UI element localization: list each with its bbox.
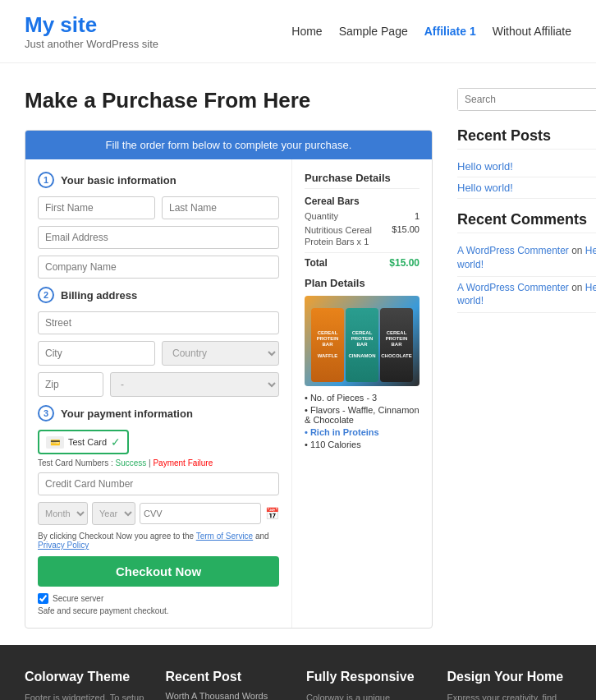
- zip-row: -: [38, 372, 279, 397]
- main-content: Make a Purchase From Here Fill the order…: [0, 63, 596, 645]
- comment-on-1: on: [571, 245, 585, 256]
- post-link-2[interactable]: Hello world!: [457, 177, 596, 199]
- city-input[interactable]: [38, 341, 155, 366]
- cinnamon-bar: CEREALPROTEINBARCINNAMON: [346, 308, 378, 382]
- footer-title-1: Colorway Theme: [25, 670, 149, 684]
- secure-checkbox[interactable]: [38, 593, 48, 604]
- zip-select[interactable]: -: [110, 372, 279, 397]
- bullet-flavors: Flavors - Waffle, Cinnamon & Chocolate: [305, 405, 419, 425]
- footer-title-2: Recent Post: [166, 670, 291, 684]
- cc-number-input[interactable]: [38, 472, 279, 495]
- sidebar: 🔍 Recent Posts Hello world! Hello world!…: [457, 88, 596, 629]
- site-tagline: Just another WordPress site: [25, 38, 158, 50]
- email-row: [38, 226, 279, 249]
- tos-link[interactable]: Term of Service: [196, 532, 253, 541]
- street-input[interactable]: [38, 311, 279, 334]
- main-nav: Home Sample Page Affiliate 1 Without Aff…: [291, 25, 571, 38]
- nav-home[interactable]: Home: [291, 25, 322, 38]
- billing-label: Billing address: [61, 289, 137, 302]
- commenter-2: A WordPress Commenter: [457, 282, 569, 293]
- country-select[interactable]: Country: [162, 341, 279, 366]
- step-3-num: 3: [38, 405, 54, 421]
- order-form-box: Fill the order form below to complete yo…: [25, 130, 433, 629]
- test-card-text: Test Card Numbers :: [38, 458, 113, 467]
- billing-section: 2 Billing address: [38, 287, 279, 303]
- bullet-protein: Rich in Proteins: [305, 427, 419, 437]
- footer-col-1: Colorway Theme Footer is widgetized. To …: [25, 670, 149, 700]
- nav-affiliate1[interactable]: Affiliate 1: [424, 25, 476, 38]
- bullet-pieces: No. of Pieces - 3: [305, 393, 419, 403]
- footer-text-1: Footer is widgetized. To setup the foote…: [25, 691, 149, 700]
- site-branding: My site Just another WordPress site: [25, 12, 158, 50]
- name-row: [38, 196, 279, 219]
- page-title: Make a Purchase From Here: [25, 88, 433, 113]
- footer-post-link-1[interactable]: Worth A Thousand Words: [166, 691, 291, 700]
- plan-bullets: No. of Pieces - 3 Flavors - Waffle, Cinn…: [305, 393, 419, 449]
- test-card-info: Test Card Numbers : Success | Payment Fa…: [38, 458, 279, 467]
- month-select[interactable]: Month: [38, 502, 88, 525]
- email-input[interactable]: [38, 226, 279, 249]
- year-select[interactable]: Year: [92, 502, 135, 525]
- product-name: Cereal Bars: [305, 196, 419, 207]
- footer-title-4: Design Your Home: [447, 670, 572, 684]
- commenter-1: A WordPress Commenter: [457, 245, 569, 256]
- search-input[interactable]: [458, 89, 594, 110]
- search-box: 🔍: [457, 88, 596, 111]
- site-header: My site Just another WordPress site Home…: [0, 0, 596, 63]
- check-icon: ✓: [111, 435, 121, 449]
- item-price: $15.00: [392, 224, 419, 248]
- comment-2: A WordPress Commenter on Hello world!: [457, 277, 596, 314]
- payment-label: Your payment information: [61, 408, 193, 420]
- failure-link[interactable]: Payment Failure: [153, 458, 213, 467]
- content-area: Make a Purchase From Here Fill the order…: [25, 88, 433, 629]
- privacy-link[interactable]: Privacy Policy: [38, 541, 89, 550]
- last-name-input[interactable]: [162, 196, 279, 219]
- footer-text-3: Colorway is a unique responsive WordPres…: [306, 691, 431, 700]
- cvv-input[interactable]: [140, 503, 261, 524]
- post-link-1[interactable]: Hello world!: [457, 156, 596, 177]
- first-name-input[interactable]: [38, 196, 155, 219]
- basic-info-section: 1 Your basic information: [38, 172, 279, 188]
- footer-col-2: Recent Post Worth A Thousand Words Categ…: [166, 670, 291, 700]
- step-2-num: 2: [38, 287, 54, 303]
- checkout-button[interactable]: Checkout Now: [38, 556, 279, 587]
- quantity-value: 1: [415, 211, 419, 221]
- product-image: CEREALPROTEINBARWAFFLE CEREALPROTEINBARC…: [305, 296, 419, 386]
- footer-text-4: Express your creativity, find inspiratio…: [447, 691, 572, 700]
- checkout-agree: By clicking Checkout Now you agree to th…: [38, 532, 279, 550]
- nav-sample-page[interactable]: Sample Page: [339, 25, 408, 38]
- form-header: Fill the order form below to complete yo…: [25, 131, 432, 159]
- zip-input[interactable]: [38, 372, 103, 397]
- recent-comments-title: Recent Comments: [457, 211, 596, 233]
- secure-check: Secure server: [38, 593, 279, 604]
- total-label: Total: [305, 257, 328, 269]
- cc-row: [38, 472, 279, 495]
- secure-server-label: Secure server: [53, 594, 103, 603]
- quantity-label: Quantity: [305, 211, 338, 221]
- nav-without-affiliate[interactable]: Without Affiliate: [493, 25, 571, 38]
- footer-col-3: Fully Responsive Colorway is a unique re…: [306, 670, 431, 700]
- safe-text: Safe and secure payment checkout.: [38, 606, 279, 615]
- waffle-bar: CEREALPROTEINBARWAFFLE: [311, 308, 344, 382]
- basic-info-label: Your basic information: [61, 174, 177, 187]
- success-link[interactable]: Success: [115, 458, 146, 467]
- site-footer: Colorway Theme Footer is widgetized. To …: [0, 645, 596, 700]
- plan-details-title: Plan Details: [305, 277, 419, 289]
- card-option[interactable]: 💳 Test Card ✓: [38, 430, 129, 454]
- total-row: Total $15.00: [305, 252, 419, 269]
- purchase-title: Purchase Details: [305, 172, 419, 189]
- footer-title-3: Fully Responsive: [306, 670, 431, 684]
- comment-on-2: on: [571, 282, 585, 293]
- calendar-icon: 📅: [265, 507, 279, 520]
- card-icon: 💳: [46, 436, 64, 449]
- street-row: [38, 311, 279, 334]
- recent-posts-title: Recent Posts: [457, 127, 596, 150]
- quantity-row: Quantity 1: [305, 211, 419, 221]
- cereal-bars-visual: CEREALPROTEINBARWAFFLE CEREALPROTEINBARC…: [307, 296, 417, 386]
- company-input[interactable]: [38, 256, 279, 279]
- step-1-num: 1: [38, 172, 54, 188]
- payment-section: 3 Your payment information: [38, 405, 279, 421]
- footer-col-4: Design Your Home Express your creativity…: [447, 670, 572, 700]
- card-label: Test Card: [68, 437, 107, 447]
- city-country-row: Country: [38, 341, 279, 366]
